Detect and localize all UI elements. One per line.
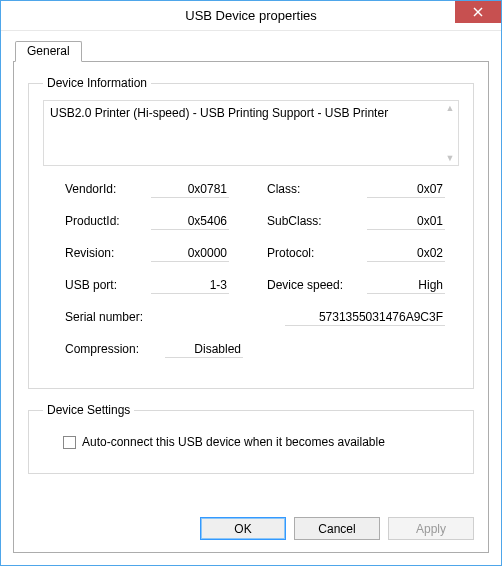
device-settings-legend: Device Settings xyxy=(43,403,134,417)
protocol-label: Protocol: xyxy=(267,246,367,260)
window-title: USB Device properties xyxy=(185,8,317,23)
tab-general[interactable]: General xyxy=(15,41,82,62)
device-information-group: Device Information USB2.0 Printer (Hi-sp… xyxy=(28,76,474,389)
cancel-button[interactable]: Cancel xyxy=(294,517,380,540)
class-value: 0x07 xyxy=(367,182,445,198)
ok-button[interactable]: OK xyxy=(200,517,286,540)
usbport-value: 1-3 xyxy=(151,278,229,294)
autoconnect-label: Auto-connect this USB device when it bec… xyxy=(82,435,385,449)
tab-header: General xyxy=(13,39,489,61)
class-label: Class: xyxy=(267,182,367,196)
vendorid-value: 0x0781 xyxy=(151,182,229,198)
scroll-up-icon[interactable]: ▲ xyxy=(444,103,456,113)
device-info-grid: VendorId: 0x0781 Class: 0x07 Produ xyxy=(43,182,459,374)
client-area: General Device Information USB2.0 Printe… xyxy=(1,31,501,565)
compression-label: Compression: xyxy=(65,342,165,356)
usb-device-properties-window: USB Device properties General Device Inf… xyxy=(0,0,502,566)
productid-value: 0x5406 xyxy=(151,214,229,230)
autoconnect-row[interactable]: Auto-connect this USB device when it bec… xyxy=(63,435,453,449)
devspeed-label: Device speed: xyxy=(267,278,367,292)
compression-value: Disabled xyxy=(165,342,243,358)
serial-value: 5731355031476A9C3F xyxy=(285,310,445,326)
close-icon xyxy=(473,7,483,17)
tab-control: General Device Information USB2.0 Printe… xyxy=(13,39,489,553)
tab-panel-general: Device Information USB2.0 Printer (Hi-sp… xyxy=(13,61,489,553)
device-information-legend: Device Information xyxy=(43,76,151,90)
productid-label: ProductId: xyxy=(65,214,151,228)
dialog-button-row: OK Cancel Apply xyxy=(28,515,474,540)
subclass-label: SubClass: xyxy=(267,214,367,228)
devspeed-value: High xyxy=(367,278,445,294)
usbport-label: USB port: xyxy=(65,278,151,292)
serial-label: Serial number: xyxy=(65,310,175,324)
autoconnect-checkbox[interactable] xyxy=(63,436,76,449)
device-description-text: USB2.0 Printer (Hi-speed) - USB Printing… xyxy=(50,105,440,121)
titlebar[interactable]: USB Device properties xyxy=(1,1,501,31)
revision-value: 0x0000 xyxy=(151,246,229,262)
close-button[interactable] xyxy=(455,1,501,23)
device-description-box[interactable]: USB2.0 Printer (Hi-speed) - USB Printing… xyxy=(43,100,459,166)
protocol-value: 0x02 xyxy=(367,246,445,262)
subclass-value: 0x01 xyxy=(367,214,445,230)
vendorid-label: VendorId: xyxy=(65,182,151,196)
revision-label: Revision: xyxy=(65,246,151,260)
device-settings-group: Device Settings Auto-connect this USB de… xyxy=(28,403,474,474)
apply-button: Apply xyxy=(388,517,474,540)
scroll-down-icon[interactable]: ▼ xyxy=(444,153,456,163)
